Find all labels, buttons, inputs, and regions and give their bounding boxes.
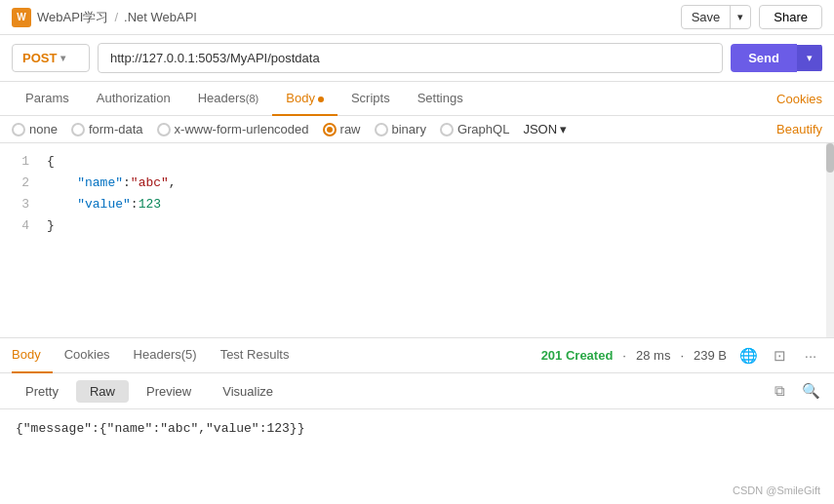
radio-none — [12, 123, 25, 136]
resp-headers-badge: (5) — [181, 347, 197, 362]
save-button-group[interactable]: Save ▾ — [681, 5, 752, 29]
top-bar-actions: Save ▾ Share — [681, 5, 822, 29]
body-type-row: none form-data x-www-form-urlencoded raw… — [0, 116, 834, 143]
more-icon[interactable]: ··· — [799, 344, 822, 368]
send-button-group[interactable]: Send ▾ — [731, 44, 822, 72]
tab-headers[interactable]: Headers(8) — [184, 82, 273, 116]
editor-scrollbar[interactable] — [826, 143, 834, 337]
save-dropdown-arrow[interactable]: ▾ — [731, 7, 750, 27]
tab-scripts[interactable]: Scripts — [338, 82, 404, 116]
response-bar: Body Cookies Headers(5) Test Results 201… — [0, 338, 834, 373]
body-type-none-label: none — [29, 122, 58, 136]
breadcrumb-project: WebAPI学习 — [37, 9, 108, 26]
resp-tab-body[interactable]: Body — [12, 338, 53, 373]
body-type-raw-label: raw — [340, 122, 361, 136]
json-label: JSON — [523, 122, 557, 136]
tab-body[interactable]: Body — [272, 82, 338, 116]
app-icon: W — [12, 8, 31, 27]
status-code: 201 Created — [541, 348, 614, 363]
scrollbar-thumb[interactable] — [826, 143, 834, 173]
body-type-binary-label: binary — [392, 122, 426, 136]
response-time: 28 ms — [636, 348, 670, 363]
response-size: 239 B — [694, 348, 727, 363]
view-action-icons: ⧉ 🔍 — [768, 379, 822, 403]
beautify-button[interactable]: Beautify — [776, 122, 822, 136]
body-type-raw[interactable]: raw — [323, 122, 361, 136]
share-button[interactable]: Share — [759, 5, 822, 29]
globe-icon[interactable]: 🌐 — [736, 344, 760, 368]
status-info: 201 Created · 28 ms · 239 B 🌐 ⊡ ··· — [541, 344, 822, 368]
search-icon[interactable]: 🔍 — [799, 379, 822, 403]
response-tabs: Body Cookies Headers(5) Test Results — [12, 338, 300, 373]
layout-icon[interactable]: ⊡ — [768, 344, 791, 368]
json-dropdown-icon: ▾ — [560, 122, 567, 136]
view-tab-raw[interactable]: Raw — [76, 380, 129, 403]
method-label: POST — [22, 51, 57, 65]
tab-params[interactable]: Params — [12, 82, 83, 116]
status-separator1: · — [622, 348, 626, 363]
tab-settings[interactable]: Settings — [404, 82, 477, 116]
view-tab-preview[interactable]: Preview — [133, 380, 205, 403]
line-numbers: 1 2 3 4 — [0, 151, 39, 237]
top-bar: W WebAPI学习 / .Net WebAPI Save ▾ Share — [0, 0, 834, 35]
response-body: {"message":{"name":"abc","value":123}} — [0, 409, 834, 458]
body-type-form-data-label: form-data — [89, 122, 143, 136]
branding: CSDN @SmileGift — [733, 485, 820, 496]
body-type-graphql-label: GraphQL — [457, 122, 509, 136]
editor-content: 1 2 3 4 { "name":"abc", "value":123 } — [0, 151, 834, 237]
radio-form-data — [71, 123, 85, 136]
body-type-graphql[interactable]: GraphQL — [440, 122, 509, 136]
body-dot — [318, 97, 324, 102]
request-tabs-row: Params Authorization Headers(8) Body Scr… — [0, 82, 834, 116]
radio-urlencoded — [157, 123, 171, 136]
body-type-none[interactable]: none — [12, 122, 58, 136]
save-button[interactable]: Save — [682, 6, 732, 28]
method-arrow-icon: ▾ — [60, 53, 65, 63]
resp-tab-test-results[interactable]: Test Results — [209, 338, 301, 373]
send-dropdown-arrow[interactable]: ▾ — [797, 45, 822, 71]
url-bar: POST ▾ Send ▾ — [0, 35, 834, 82]
send-button[interactable]: Send — [731, 44, 797, 72]
code-editor[interactable]: 1 2 3 4 { "name":"abc", "value":123 } — [0, 143, 834, 338]
copy-icon[interactable]: ⧉ — [768, 379, 791, 403]
breadcrumb: W WebAPI学习 / .Net WebAPI — [12, 8, 197, 27]
body-type-urlencoded-label: x-www-form-urlencoded — [175, 122, 309, 136]
view-tab-visualize[interactable]: Visualize — [209, 380, 287, 403]
body-type-form-data[interactable]: form-data — [71, 122, 143, 136]
radio-binary — [375, 123, 388, 136]
status-separator2: · — [680, 348, 684, 363]
response-text: {"message":{"name":"abc","value":123}} — [16, 421, 304, 436]
breadcrumb-collection: .Net WebAPI — [124, 10, 197, 24]
body-type-options: none form-data x-www-form-urlencoded raw… — [12, 122, 567, 136]
request-tabs: Params Authorization Headers(8) Body Scr… — [12, 82, 477, 115]
breadcrumb-separator: / — [114, 10, 118, 24]
method-selector[interactable]: POST ▾ — [12, 44, 90, 72]
view-tabs-row: Pretty Raw Preview Visualize ⧉ 🔍 — [0, 373, 834, 409]
tab-authorization[interactable]: Authorization — [83, 82, 184, 116]
radio-graphql — [440, 123, 454, 136]
view-tabs: Pretty Raw Preview Visualize — [12, 380, 287, 403]
code-content: { "name":"abc", "value":123 } — [39, 151, 834, 237]
radio-raw — [323, 123, 337, 136]
body-type-urlencoded[interactable]: x-www-form-urlencoded — [157, 122, 309, 136]
json-format-select[interactable]: JSON ▾ — [523, 122, 567, 136]
resp-action-icons: 🌐 ⊡ ··· — [736, 344, 822, 368]
view-tab-pretty[interactable]: Pretty — [12, 380, 72, 403]
cookies-link[interactable]: Cookies — [776, 83, 822, 115]
url-input[interactable] — [98, 43, 723, 73]
resp-tab-headers[interactable]: Headers(5) — [122, 338, 209, 373]
body-type-binary[interactable]: binary — [375, 122, 426, 136]
headers-badge: (8) — [246, 93, 258, 104]
resp-tab-cookies[interactable]: Cookies — [53, 338, 122, 373]
